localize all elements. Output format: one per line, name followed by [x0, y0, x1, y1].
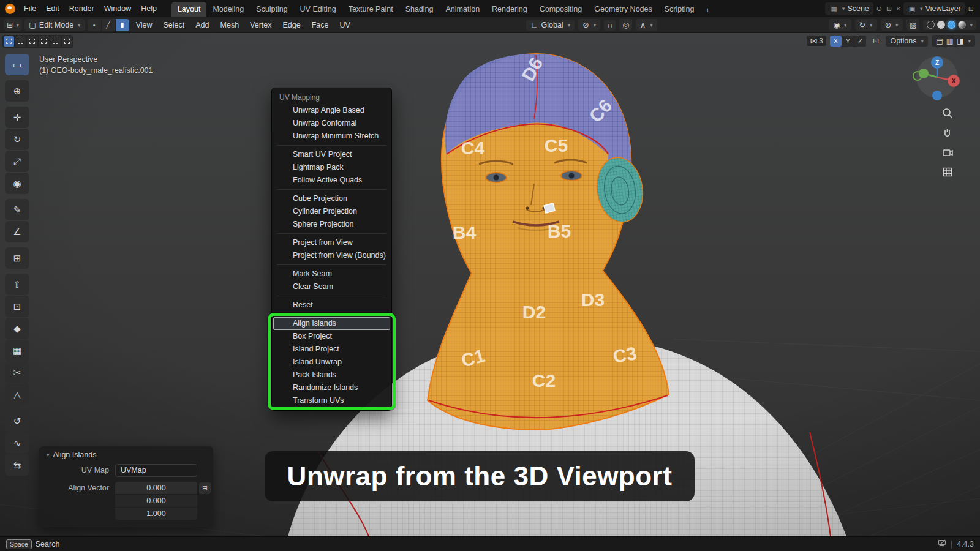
tool-measure[interactable]: ∠	[5, 221, 29, 242]
shading-material-button[interactable]	[948, 21, 956, 29]
visibility-dropdown[interactable]: ◉ ▾	[829, 19, 851, 31]
tool-annotate[interactable]: ✎	[5, 199, 29, 220]
menu-mesh[interactable]: Mesh	[216, 19, 244, 31]
tool-knife[interactable]: ✂	[5, 362, 29, 383]
zoom-button[interactable]	[940, 105, 956, 121]
menu-vertex[interactable]: Vertex	[246, 19, 276, 31]
menu-render[interactable]: Render	[64, 2, 99, 15]
delete-scene-icon[interactable]: ×	[895, 5, 901, 12]
tool-move[interactable]: ✛	[5, 107, 29, 128]
workspace-tab-sculpting[interactable]: Sculpting	[250, 2, 293, 17]
mirror-y-toggle[interactable]: Y	[842, 36, 854, 47]
add-workspace-button[interactable]: +	[700, 4, 714, 17]
proportional-editing-button[interactable]: ◎	[619, 19, 632, 31]
menu-window[interactable]: Window	[99, 2, 136, 15]
gizmo-y-axis[interactable]	[919, 69, 929, 78]
workspace-tab-shading[interactable]: Shading	[399, 2, 440, 17]
scene-selector[interactable]: ▦ ▾ Scene	[825, 2, 873, 15]
menu-item-island-unwrap[interactable]: Island Unwrap	[272, 356, 391, 369]
menu-select[interactable]: Select	[159, 19, 189, 31]
workspace-tab-geometry-nodes[interactable]: Geometry Nodes	[588, 2, 658, 17]
tool-cursor[interactable]: ⊕	[5, 80, 29, 102]
snap-toggle-button[interactable]: ∩	[604, 20, 616, 31]
tool-inset-faces[interactable]: ⊡	[5, 296, 29, 317]
tool-tweak[interactable]: ▭	[5, 54, 29, 75]
tool-poly-build[interactable]: △	[5, 384, 29, 405]
menu-view[interactable]: View	[132, 19, 157, 31]
tool-scale[interactable]: ⤢	[5, 151, 29, 172]
face-select-button[interactable]: ▮	[116, 19, 129, 31]
new-scene-icon[interactable]: ⊞	[885, 5, 893, 13]
shading-wireframe-button[interactable]	[927, 21, 935, 29]
menu-item-pack-islands[interactable]: Pack Islands	[272, 369, 391, 381]
menu-item-cylinder-projection[interactable]: Cylinder Projection	[272, 205, 391, 218]
tool-loop-cut[interactable]: ▦	[5, 340, 29, 361]
menu-item-box-project[interactable]: Box Project	[272, 330, 391, 343]
overlays-dropdown[interactable]: ⊚ ▾	[881, 19, 903, 31]
edge-select-button[interactable]: ╱	[102, 19, 115, 31]
split-overlay-icon[interactable]: ◨	[957, 36, 964, 45]
workspace-tab-compositing[interactable]: Compositing	[533, 2, 588, 17]
viewlayer-selector[interactable]: ▣ ▾ ViewLayer	[903, 2, 965, 15]
tool-bevel[interactable]: ◆	[5, 318, 29, 339]
gizmo-z-neg-axis[interactable]	[932, 91, 942, 100]
menu-face[interactable]: Face	[307, 19, 333, 31]
menu-item-project-from-view[interactable]: Project from View	[272, 236, 391, 249]
select-mode-intersect-button[interactable]	[50, 36, 61, 47]
menu-item-smart-uv-project[interactable]: Smart UV Project	[272, 148, 391, 161]
editor-type-button[interactable]: ⊞ ▾	[4, 19, 22, 31]
operator-panel-header[interactable]: ▾ Align Islands	[39, 446, 213, 463]
menu-item-lightmap-pack[interactable]: Lightmap Pack	[272, 161, 391, 174]
vertex-select-button[interactable]: •	[88, 19, 101, 31]
vector-matrix-button[interactable]: ⊞	[199, 482, 211, 494]
menu-item-project-from-view-bounds[interactable]: Project from View (Bounds)	[272, 249, 391, 262]
align-vector-x-field[interactable]: 0.000	[115, 482, 197, 494]
tool-edge-slide[interactable]: ⇆	[5, 454, 29, 476]
mirror-z-toggle[interactable]: Z	[854, 36, 866, 47]
mode-selector[interactable]: ▢ Edit Mode ▾	[24, 19, 85, 31]
align-vector-z-field[interactable]: 1.000	[115, 508, 197, 520]
pin-scene-icon[interactable]: ⊙	[875, 5, 883, 13]
menu-add[interactable]: Add	[191, 19, 213, 31]
tool-transform[interactable]: ◉	[5, 173, 29, 194]
pan-hand-button[interactable]	[940, 125, 956, 141]
new-viewlayer-icon[interactable]: ⊞	[967, 5, 975, 13]
menu-item-reset[interactable]: Reset	[272, 299, 391, 312]
menu-item-mark-seam[interactable]: Mark Seam	[272, 268, 391, 280]
menu-edge[interactable]: Edge	[279, 19, 305, 31]
uv-map-field[interactable]: UVMap	[115, 464, 197, 477]
annotate-overlay-icon[interactable]: ▤	[936, 36, 943, 45]
workspace-tab-scripting[interactable]: Scripting	[658, 2, 701, 17]
tool-smooth[interactable]: ∿	[5, 432, 29, 454]
menu-item-unwrap-conformal[interactable]: Unwrap Conformal	[272, 117, 391, 130]
gizmos-dropdown[interactable]: ↻ ▾	[855, 19, 877, 31]
menu-item-follow-active-quads[interactable]: Follow Active Quads	[272, 174, 391, 187]
menu-item-align-islands[interactable]: Align Islands	[273, 317, 390, 330]
orthographic-toggle-button[interactable]	[940, 164, 956, 180]
options-dropdown[interactable]: Options ▾	[886, 36, 928, 47]
menu-item-cube-projection[interactable]: Cube Projection	[272, 192, 391, 205]
menu-item-sphere-projection[interactable]: Sphere Projection	[272, 218, 391, 231]
snap-target-dropdown[interactable]: ⊘ ▾	[578, 19, 600, 31]
workspace-tab-texture-paint[interactable]: Texture Paint	[342, 2, 399, 17]
workspace-tab-animation[interactable]: Animation	[440, 2, 486, 17]
xray-toggle-button[interactable]: ▧	[907, 19, 920, 31]
workspace-tab-layout[interactable]: Layout	[172, 2, 207, 17]
menu-help[interactable]: Help	[136, 2, 162, 15]
select-mode-extend-button[interactable]	[15, 36, 26, 47]
workspace-tab-uv-editing[interactable]: UV Editing	[294, 2, 342, 17]
menu-file[interactable]: File	[19, 2, 41, 15]
menu-item-island-project[interactable]: Island Project	[272, 343, 391, 356]
workspace-tab-modeling[interactable]: Modeling	[206, 2, 250, 17]
tool-add-cube[interactable]: ⊞	[5, 247, 29, 269]
shading-rendered-button[interactable]	[958, 21, 966, 29]
menu-edit[interactable]: Edit	[41, 2, 64, 15]
select-mode-invert-button[interactable]	[39, 36, 49, 47]
camera-view-button[interactable]	[940, 144, 956, 160]
shading-solid-button[interactable]	[937, 21, 945, 29]
menu-item-randomize-islands[interactable]: Randomize Islands	[272, 381, 391, 394]
mirror-x-toggle[interactable]: X	[830, 36, 842, 47]
menu-item-unwrap-minimum-stretch[interactable]: Unwrap Minimum Stretch	[272, 130, 391, 143]
transform-pivot-button[interactable]: ⊡	[870, 35, 882, 47]
align-vector-y-field[interactable]: 0.000	[115, 495, 197, 507]
